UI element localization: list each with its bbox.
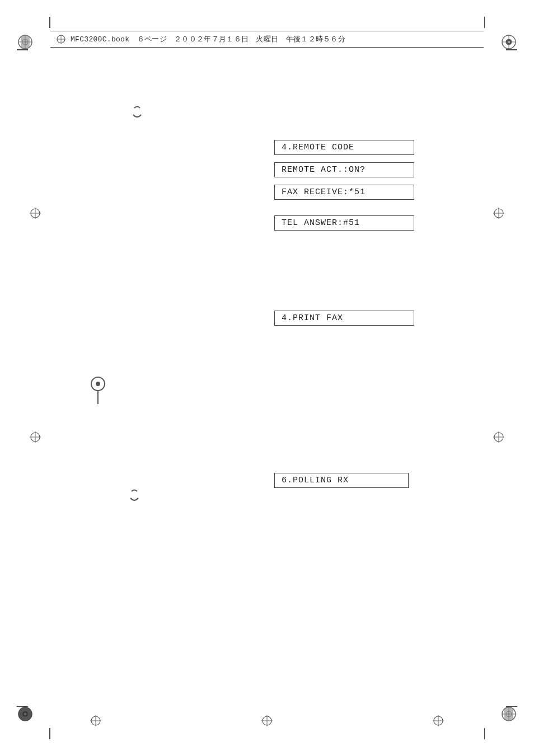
header-crosshair-left: [56, 34, 66, 44]
trim-line-tr-h: [506, 49, 517, 50]
handset-icon-bottom: [120, 487, 148, 515]
pin-icon: [87, 375, 109, 406]
lcd-print-fax: 4.PRINT FAX: [274, 311, 414, 326]
margin-cross-left-upper: [29, 207, 41, 219]
bottom-left-cross: [90, 715, 102, 727]
trim-line-tl-h: [17, 49, 28, 50]
lcd-tel-answer: TEL ANSWER:#51: [274, 215, 414, 231]
corner-mark-tr: [484, 17, 517, 50]
trim-line-br-h: [506, 706, 517, 707]
lcd-remote-code: 4.REMOTE CODE: [274, 140, 414, 155]
header-bar: MFC3200C.book ６ページ ２００２年７月１６日 火曜日 午後１２時５…: [50, 31, 484, 48]
trim-line-bl-h: [17, 706, 28, 707]
margin-cross-right-upper: [493, 207, 505, 219]
trim-line-tr-v: [484, 17, 485, 28]
lcd-fax-receive: FAX RECEIVE:*51: [274, 185, 414, 200]
trim-line-tl-v: [49, 17, 50, 28]
bottom-center-cross: [261, 715, 273, 727]
corner-mark-tl: [17, 17, 50, 50]
lcd-remote-act: REMOTE ACT.:ON?: [274, 162, 414, 177]
header-text: MFC3200C.book ６ページ ２００２年７月１６日 火曜日 午後１２時５…: [71, 34, 345, 44]
handset-icon-top: [123, 104, 151, 132]
lcd-polling-rx: 6.POLLING RX: [274, 473, 409, 488]
svg-point-63: [96, 382, 100, 386]
trim-line-br-v: [484, 728, 485, 739]
margin-cross-right-lower: [493, 431, 505, 443]
corner-mark-bl: [17, 706, 50, 739]
margin-cross-left-lower: [29, 431, 41, 443]
bottom-right-cross: [432, 715, 444, 727]
trim-line-bl-v: [49, 728, 50, 739]
corner-mark-br: [484, 706, 517, 739]
